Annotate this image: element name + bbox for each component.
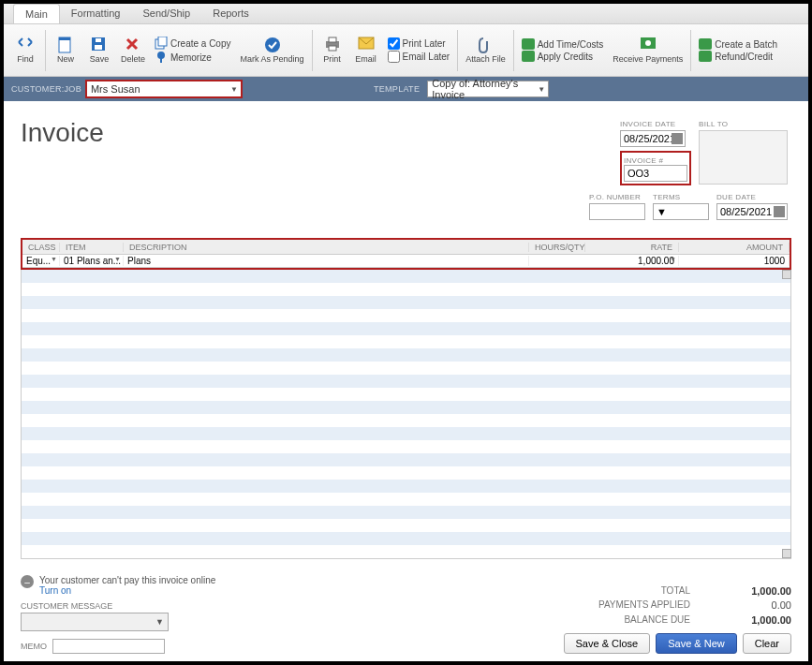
save-new-button[interactable]: Save & New: [656, 633, 737, 654]
invoice-num-input[interactable]: OO3: [624, 165, 687, 182]
table-row[interactable]: [22, 414, 790, 427]
table-row[interactable]: [22, 309, 790, 322]
tab-formatting[interactable]: Formatting: [60, 4, 132, 23]
table-row[interactable]: [22, 270, 790, 283]
tab-main[interactable]: Main: [13, 4, 60, 23]
table-row[interactable]: [22, 480, 790, 493]
email-button[interactable]: Email: [350, 35, 382, 66]
mark-pending-button[interactable]: Mark As Pending: [237, 35, 308, 66]
paperclip-icon: [477, 37, 494, 53]
due-date-input[interactable]: 08/25/2021: [716, 203, 788, 220]
calendar-icon[interactable]: [672, 133, 683, 144]
cell-desc[interactable]: Plans: [124, 256, 529, 266]
table-row[interactable]: [22, 322, 790, 335]
table-row[interactable]: [22, 493, 790, 506]
col-rate: RATE: [585, 243, 679, 252]
receive-payments-button[interactable]: Receive Payments: [609, 35, 687, 66]
scroll-down-icon[interactable]: [782, 549, 791, 558]
table-row[interactable]: [22, 545, 790, 558]
new-button[interactable]: New: [50, 35, 81, 66]
svg-rect-3: [95, 45, 102, 50]
print-later-box[interactable]: [388, 37, 400, 50]
email-later-checkbox[interactable]: Email Later: [388, 51, 450, 63]
table-row[interactable]: [22, 388, 790, 401]
customer-value: Mrs Susan: [91, 83, 140, 95]
svg-rect-18: [699, 38, 712, 50]
terms-dropdown[interactable]: ▼: [653, 203, 709, 220]
table-row[interactable]: [22, 375, 790, 388]
find-button[interactable]: Find: [9, 35, 41, 66]
total-value: 1,000.00: [716, 584, 791, 598]
col-item: ITEM: [60, 243, 124, 252]
table-row[interactable]: [22, 283, 790, 296]
table-row[interactable]: [22, 348, 790, 362]
svg-rect-15: [522, 51, 535, 62]
memorize-button[interactable]: Memorize: [155, 51, 230, 64]
delete-button[interactable]: Delete: [117, 35, 149, 66]
create-copy-button[interactable]: Create a Copy: [155, 37, 230, 50]
table-row[interactable]: [22, 296, 790, 309]
memo-input[interactable]: [52, 639, 165, 654]
template-label: TEMPLATE: [374, 84, 420, 94]
attach-label: Attach File: [465, 55, 506, 65]
save-button[interactable]: Save: [83, 35, 115, 66]
create-batch-button[interactable]: Create a Batch: [699, 38, 777, 50]
print-button[interactable]: Print: [317, 35, 348, 66]
table-header: CLASS ITEM DESCRIPTION HOURS/QTY RATE AM…: [22, 240, 790, 255]
invoice-date-input[interactable]: 08/25/2021: [620, 130, 686, 147]
template-dropdown[interactable]: Copy of: Attorney's Invoice ▼: [427, 81, 549, 97]
table-row[interactable]: [22, 440, 790, 453]
table-row[interactable]: [22, 453, 790, 466]
cell-item[interactable]: 01 Plans an...▼: [60, 256, 124, 266]
turn-on-link[interactable]: Turn on: [39, 585, 215, 596]
cell-amount[interactable]: 1000: [679, 256, 790, 266]
customer-job-dropdown[interactable]: Mrs Susan ▼: [85, 80, 243, 98]
memo-label: MEMO: [21, 642, 47, 651]
tab-reports[interactable]: Reports: [201, 4, 260, 23]
add-time-button[interactable]: Add Time/Costs: [522, 38, 604, 50]
tab-sendship[interactable]: Send/Ship: [131, 4, 201, 23]
tab-bar: Main Formatting Send/Ship Reports: [4, 4, 808, 24]
table-row[interactable]: [22, 506, 790, 519]
x-icon: [125, 37, 141, 53]
svg-point-7: [157, 52, 165, 59]
save-close-button[interactable]: Save & Close: [564, 633, 651, 654]
clear-button[interactable]: Clear: [743, 633, 791, 654]
money-icon: [640, 37, 657, 53]
col-class: CLASS: [22, 243, 60, 252]
customer-bar: CUSTOMER:JOB Mrs Susan ▼ TEMPLATE Copy o…: [4, 77, 808, 101]
balance-value: 1,000.00: [716, 613, 791, 628]
table-row[interactable]: [22, 466, 790, 480]
table-row[interactable]: [22, 362, 790, 375]
scroll-up-icon[interactable]: [782, 270, 791, 279]
customer-message-dropdown[interactable]: ▼: [21, 613, 169, 631]
table-row[interactable]: [22, 401, 790, 414]
cell-rate[interactable]: 1,000.00▼: [585, 256, 679, 266]
email-label: Email: [355, 55, 376, 65]
svg-point-9: [265, 37, 280, 52]
cell-class-value: Equ...: [26, 256, 51, 266]
refund-button[interactable]: Refund/Credit: [699, 51, 777, 62]
template-value: Copy of: Attorney's Invoice: [432, 78, 544, 100]
table-row[interactable]: [22, 427, 790, 440]
apply-credits-button[interactable]: Apply Credits: [522, 51, 604, 62]
refund-icon: [699, 51, 712, 62]
email-later-box[interactable]: [388, 51, 400, 63]
table-row[interactable]: Equ...▼ 01 Plans an...▼ Plans 1,000.00▼ …: [22, 255, 790, 268]
attach-button[interactable]: Attach File: [462, 35, 509, 66]
cell-class[interactable]: Equ...▼: [22, 256, 60, 266]
balance-label: BALANCE DUE: [578, 613, 690, 628]
bill-to-box[interactable]: [699, 130, 788, 185]
table-row[interactable]: [22, 335, 790, 348]
header-fields: INVOICE DATE 08/25/2021 INVOICE # OO3 BI…: [620, 120, 788, 185]
find-label: Find: [17, 55, 34, 65]
table-body-empty[interactable]: [21, 270, 791, 559]
print-later-checkbox[interactable]: Print Later: [388, 37, 450, 50]
calendar-icon[interactable]: [774, 206, 785, 217]
invoice-num-label: INVOICE #: [624, 156, 663, 165]
table-row[interactable]: [22, 532, 790, 545]
invoice-window: Main Formatting Send/Ship Reports Find N…: [0, 0, 812, 665]
po-input[interactable]: [589, 203, 645, 220]
batch-icon: [699, 38, 712, 50]
table-row[interactable]: [22, 519, 790, 532]
